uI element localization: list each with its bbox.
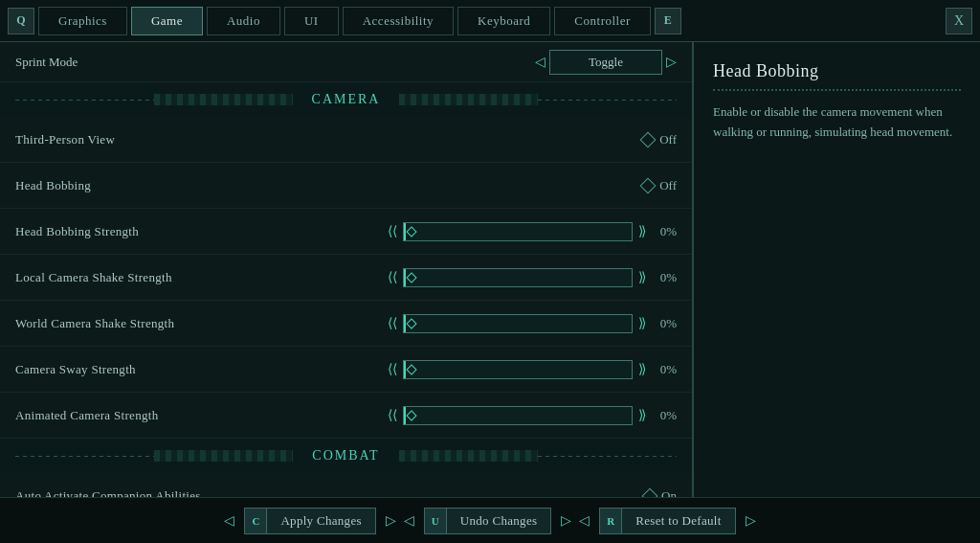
reset-chevron-left: ◁ — [579, 512, 590, 529]
slider-right-arrow-4[interactable]: ⟩⟩ — [638, 361, 644, 377]
tab-game[interactable]: Game — [131, 7, 203, 35]
settings-panel: Sprint Mode ◁ Toggle ▷ Camera Third-Pers… — [0, 42, 693, 497]
tab-controller[interactable]: Controller — [554, 7, 650, 35]
animated-camera-row: Animated Camera Strength ⟨⟨ ⟩⟩ 0% — [0, 393, 692, 439]
camera-sway-value: 0% — [650, 362, 677, 377]
reset-chevron-right: ▷ — [746, 512, 756, 529]
tab-accessibility[interactable]: Accessibility — [343, 7, 454, 35]
animated-camera-control[interactable]: ⟨⟨ ⟩⟩ 0% — [388, 406, 677, 425]
auto-activate-value: On — [661, 488, 677, 498]
slider-left-arrow-2[interactable]: ⟨⟨ — [388, 269, 397, 285]
reset-to-default-button[interactable]: R Reset to Default — [599, 508, 735, 534]
tab-graphics[interactable]: Graphics — [38, 7, 127, 35]
third-person-view-label: Third-Person View — [15, 132, 642, 147]
head-bobbing-row: Head Bobbing Off — [0, 163, 692, 209]
third-person-view-control[interactable]: Off — [642, 132, 677, 147]
world-camera-shake-label: World Camera Shake Strength — [15, 316, 388, 331]
nav-corner-right: E — [655, 8, 681, 34]
camera-section-title: Camera — [293, 92, 400, 107]
sprint-value: Toggle — [549, 50, 662, 75]
combat-section-title: Combat — [293, 448, 398, 464]
local-camera-shake-control[interactable]: ⟨⟨ ⟩⟩ 0% — [388, 268, 677, 287]
slider-track-4[interactable] — [403, 360, 633, 379]
camera-section-header: Camera — [0, 82, 692, 117]
head-bobbing-strength-value: 0% — [650, 224, 677, 239]
auto-activate-row: Auto Activate Companion Abilities On — [0, 473, 692, 497]
close-button[interactable]: X — [946, 8, 972, 34]
reset-label: Reset to Default — [622, 508, 735, 534]
apply-chevron-left: ◁ — [224, 512, 234, 529]
head-bobbing-strength-label: Head Bobbing Strength — [15, 224, 388, 239]
nav-corner-left: Q — [8, 8, 34, 34]
undo-key: U — [424, 508, 447, 534]
sprint-arrow-left[interactable]: ◁ — [535, 54, 546, 70]
slider-track-2[interactable] — [403, 268, 633, 287]
head-bobbing-label: Head Bobbing — [15, 178, 642, 193]
world-camera-shake-control[interactable]: ⟨⟨ ⟩⟩ 0% — [388, 314, 677, 333]
slider-right-arrow[interactable]: ⟩⟩ — [638, 223, 644, 239]
local-camera-shake-label: Local Camera Shake Strength — [15, 270, 388, 285]
animated-camera-value: 0% — [650, 408, 677, 423]
sprint-mode-control[interactable]: ◁ Toggle ▷ — [535, 50, 677, 75]
camera-sway-label: Camera Sway Strength — [15, 362, 388, 377]
slider-left-arrow-5[interactable]: ⟨⟨ — [388, 407, 397, 423]
head-bobbing-value: Off — [659, 178, 677, 193]
slider-left-arrow[interactable]: ⟨⟨ — [388, 223, 397, 239]
slider-left-arrow-3[interactable]: ⟨⟨ — [388, 315, 397, 331]
apply-chevron-right: ▷ — [386, 512, 396, 529]
info-title: Head Bobbing — [713, 61, 961, 91]
tab-ui[interactable]: UI — [284, 7, 339, 35]
camera-sway-control[interactable]: ⟨⟨ ⟩⟩ 0% — [388, 360, 677, 379]
undo-changes-button[interactable]: U Undo Changes — [424, 508, 552, 534]
sprint-arrow-right[interactable]: ▷ — [666, 54, 677, 70]
world-camera-shake-row: World Camera Shake Strength ⟨⟨ ⟩⟩ 0% — [0, 301, 692, 347]
diamond-icon-3 — [642, 487, 658, 497]
reset-key: R — [599, 508, 622, 534]
slider-track-5[interactable] — [403, 406, 633, 425]
sprint-mode-row: Sprint Mode ◁ Toggle ▷ — [0, 42, 692, 82]
info-panel: Head Bobbing Enable or disable the camer… — [693, 42, 980, 497]
main-content: Sprint Mode ◁ Toggle ▷ Camera Third-Pers… — [0, 42, 980, 497]
auto-activate-control[interactable]: On — [644, 488, 677, 498]
diamond-icon — [640, 131, 657, 147]
slider-right-arrow-3[interactable]: ⟩⟩ — [638, 315, 644, 331]
local-camera-shake-row: Local Camera Shake Strength ⟨⟨ ⟩⟩ 0% — [0, 255, 692, 301]
top-navigation: Q Graphics Game Audio UI Accessibility K… — [0, 0, 980, 42]
info-description: Enable or disable the camera movement wh… — [713, 102, 961, 143]
combat-section-header: Combat — [0, 439, 692, 473]
third-person-view-value: Off — [659, 132, 677, 147]
apply-key: C — [244, 508, 267, 534]
undo-chevron-left: ◁ — [404, 512, 414, 529]
head-bobbing-control[interactable]: Off — [642, 178, 677, 193]
undo-label: Undo Changes — [447, 508, 552, 534]
bottom-bar: ◁ C Apply Changes ▷ ◁ U Undo Changes ▷ ◁… — [0, 497, 980, 543]
world-camera-shake-value: 0% — [650, 316, 677, 331]
third-person-view-row: Third-Person View Off — [0, 117, 692, 163]
head-bobbing-strength-row: Head Bobbing Strength ⟨⟨ ⟩⟩ 0% — [0, 209, 692, 255]
auto-activate-label: Auto Activate Companion Abilities — [15, 488, 644, 498]
sprint-mode-label: Sprint Mode — [15, 55, 535, 70]
animated-camera-label: Animated Camera Strength — [15, 408, 388, 423]
slider-left-arrow-4[interactable]: ⟨⟨ — [388, 361, 397, 377]
local-camera-shake-value: 0% — [650, 270, 677, 285]
slider-track[interactable] — [403, 222, 633, 241]
tab-keyboard[interactable]: Keyboard — [457, 7, 550, 35]
head-bobbing-strength-control[interactable]: ⟨⟨ ⟩⟩ 0% — [388, 222, 677, 241]
undo-chevron-right: ▷ — [561, 512, 571, 529]
slider-right-arrow-5[interactable]: ⟩⟩ — [638, 407, 644, 423]
slider-right-arrow-2[interactable]: ⟩⟩ — [638, 269, 644, 285]
diamond-icon-2 — [640, 177, 657, 193]
apply-changes-button[interactable]: C Apply Changes — [244, 508, 375, 534]
tab-audio[interactable]: Audio — [207, 7, 280, 35]
slider-track-3[interactable] — [403, 314, 633, 333]
apply-label: Apply Changes — [267, 508, 375, 534]
camera-sway-row: Camera Sway Strength ⟨⟨ ⟩⟩ 0% — [0, 347, 692, 393]
